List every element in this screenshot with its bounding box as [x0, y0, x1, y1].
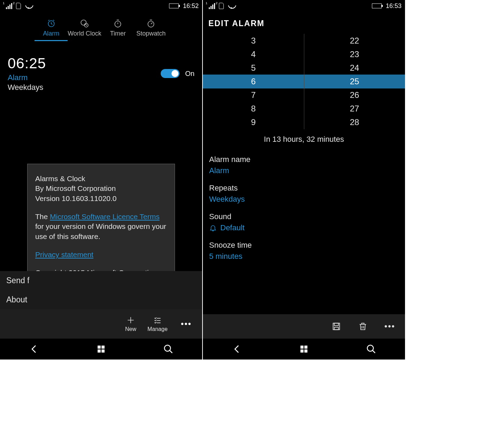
repeats-label: Repeats: [209, 184, 399, 193]
checklist-icon: [153, 316, 162, 325]
wifi-icon: [228, 3, 235, 9]
page-title: EDIT ALARM: [203, 12, 405, 34]
search-icon[interactable]: [366, 344, 376, 354]
status-bar: 1 2 16:52: [0, 0, 202, 12]
snooze-value: 5 minutes: [209, 252, 399, 261]
phone-right: 1 2 16:53 EDIT ALARM 3 4 5 6 7 8 9 22 23…: [203, 0, 405, 360]
svg-rect-15: [300, 349, 304, 353]
snooze-field[interactable]: Snooze time 5 minutes: [203, 237, 405, 266]
send-feedback-item[interactable]: Send f: [0, 271, 202, 290]
alarm-toggle-label: On: [185, 70, 194, 78]
signal-sim2-icon: 2: [216, 3, 227, 9]
sound-label: Sound: [209, 212, 399, 221]
status-bar: 1 2 16:53: [203, 0, 405, 12]
about-license-text: The Microsoft Software Licence Terms for…: [35, 212, 167, 241]
sound-value: Default: [209, 223, 399, 232]
svg-rect-16: [304, 349, 307, 353]
alarm-name-field[interactable]: Alarm name Alarm: [203, 152, 405, 180]
svg-rect-13: [300, 346, 304, 349]
battery-icon: [169, 3, 179, 8]
plus-icon: [126, 316, 135, 325]
signal-sim1-icon: 1: [3, 3, 12, 9]
signal-sim1-icon: 1: [206, 3, 215, 9]
sound-field[interactable]: Sound Default: [203, 209, 405, 237]
more-button[interactable]: •••: [384, 322, 395, 331]
bell-icon: [209, 224, 217, 232]
nav-bar: [203, 339, 405, 360]
license-terms-link[interactable]: Microsoft Software Licence Terms: [50, 213, 160, 221]
alarm-clock-icon: [47, 19, 56, 28]
command-bar: New Manage •••: [0, 309, 202, 339]
svg-rect-6: [101, 346, 105, 349]
status-time: 16:53: [386, 2, 402, 10]
repeats-value: Weekdays: [209, 195, 399, 204]
stopwatch-icon: [146, 19, 155, 28]
alarm-item[interactable]: 06:25 Alarm Weekdays On: [8, 55, 194, 92]
minute-column[interactable]: 22 23 24 25 26 27 28: [304, 34, 405, 129]
svg-rect-14: [304, 346, 307, 349]
svg-point-1: [81, 20, 86, 25]
snooze-label: Snooze time: [209, 241, 399, 250]
globe-clock-icon: [80, 19, 89, 28]
svg-point-4: [148, 21, 154, 27]
nav-bar: [0, 339, 202, 360]
tab-alarm-label: Alarm: [43, 30, 59, 37]
overflow-menu: Send f About: [0, 271, 202, 309]
tab-world-clock[interactable]: World Clock: [68, 17, 101, 41]
svg-point-9: [165, 345, 171, 352]
new-button[interactable]: New: [125, 316, 136, 332]
about-version: Version 10.1603.11020.0: [35, 194, 167, 203]
delete-icon[interactable]: [358, 322, 368, 331]
alarm-name-value: Alarm: [209, 166, 399, 175]
tab-alarm[interactable]: Alarm: [35, 17, 68, 41]
svg-rect-12: [334, 327, 338, 330]
tab-timer[interactable]: Timer: [101, 17, 135, 41]
signal-sim2-icon: 2: [14, 3, 24, 9]
search-icon[interactable]: [163, 344, 174, 354]
command-bar: •••: [203, 314, 405, 339]
more-button[interactable]: •••: [179, 319, 194, 329]
alarm-repeat: Weekdays: [8, 83, 161, 92]
time-picker[interactable]: 3 4 5 6 7 8 9 22 23 24 25 26 27 28: [203, 34, 405, 129]
back-icon[interactable]: [231, 344, 242, 354]
save-icon[interactable]: [331, 322, 341, 331]
svg-rect-5: [98, 346, 101, 349]
tab-stopwatch-label: Stopwatch: [136, 30, 166, 37]
battery-icon: [372, 3, 382, 8]
repeats-field[interactable]: Repeats Weekdays: [203, 180, 405, 209]
wifi-icon: [25, 3, 32, 9]
about-publisher: By Microsoft Corporation: [35, 184, 167, 193]
about-app-name: Alarms & Clock: [35, 174, 167, 184]
tab-world-clock-label: World Clock: [68, 30, 101, 37]
tab-stopwatch[interactable]: Stopwatch: [135, 17, 168, 41]
manage-button[interactable]: Manage: [147, 316, 168, 332]
start-icon[interactable]: [299, 344, 309, 354]
status-time: 16:52: [183, 2, 199, 10]
timer-icon: [113, 19, 122, 28]
time-until-alarm: In 13 hours, 32 minutes: [203, 129, 405, 152]
svg-rect-7: [98, 349, 101, 353]
alarm-time: 06:25: [8, 55, 161, 72]
alarm-toggle[interactable]: [161, 69, 180, 78]
about-item[interactable]: About: [0, 290, 202, 309]
svg-rect-8: [101, 349, 105, 353]
svg-rect-11: [334, 323, 338, 326]
hour-column[interactable]: 3 4 5 6 7 8 9: [203, 34, 304, 129]
svg-point-3: [115, 21, 121, 27]
start-icon[interactable]: [96, 344, 106, 354]
picker-divider: [304, 34, 304, 129]
alarm-name: Alarm: [8, 73, 161, 82]
tab-bar: Alarm World Clock Timer Stopwatch: [0, 12, 202, 43]
svg-point-17: [367, 345, 374, 352]
tab-timer-label: Timer: [110, 30, 126, 37]
back-icon[interactable]: [29, 344, 39, 354]
phone-left: 1 2 16:52 Alarm World Clock Timer Stopwa…: [0, 0, 202, 360]
alarm-name-label: Alarm name: [209, 155, 399, 164]
privacy-statement-link[interactable]: Privacy statement: [35, 250, 93, 258]
